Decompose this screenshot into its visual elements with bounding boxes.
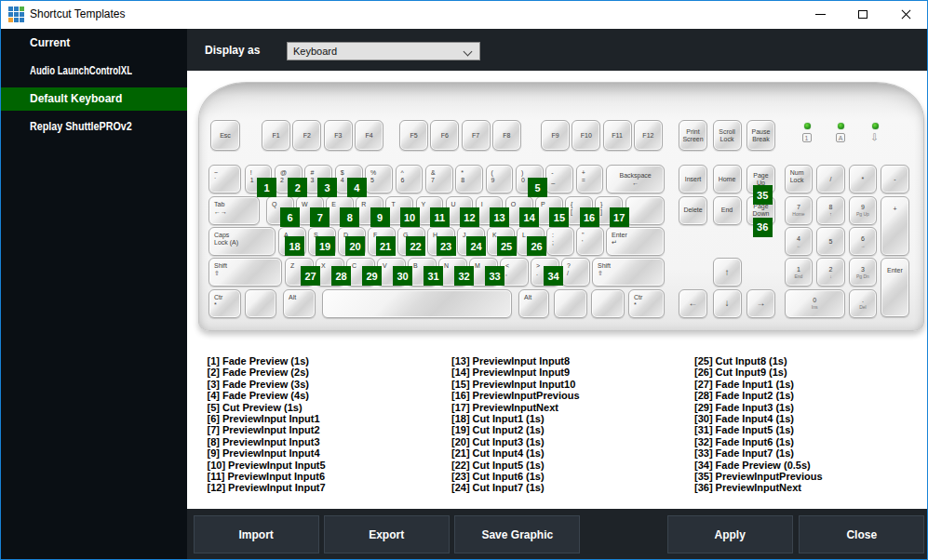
maximize-button[interactable] xyxy=(841,1,884,28)
key-f1: F1 xyxy=(262,120,290,151)
shortcut-key-26: 26 xyxy=(527,236,546,256)
shortcut-list-column-3: [25] Cut Input8 (1s)[26] Cut Input9 (1s)… xyxy=(694,355,823,494)
shortcut-list-item: [5] Cut Preview (1s) xyxy=(208,402,326,413)
save-graphic-button[interactable]: Save Graphic xyxy=(454,515,580,553)
shortcut-list-item: [9] PreviewInput Input4 xyxy=(208,447,326,459)
shortcut-key-17: 17 xyxy=(610,207,629,227)
key-f11: F11 xyxy=(603,120,632,151)
key-slash: ?/ xyxy=(561,258,590,287)
key-f7: F7 xyxy=(462,120,491,151)
shortcut-list-item: [27] Fade Input1 (1s) xyxy=(694,379,823,390)
key-num-multiply: * xyxy=(849,165,878,193)
import-button[interactable]: Import xyxy=(194,515,319,553)
key-tab: Tab←→ xyxy=(208,196,260,225)
key-f8: F8 xyxy=(492,120,521,151)
key-insert: Insert xyxy=(679,165,707,193)
key-win-left xyxy=(245,289,276,318)
key-backquote: ~` xyxy=(208,165,241,193)
chevron-down-icon xyxy=(464,47,473,57)
key-num-decimal: .Del xyxy=(849,289,878,318)
key-f10: F10 xyxy=(572,120,600,151)
content-area: EscF1F2F3F4F5F6F7F8F9F10F11F12PrintScree… xyxy=(187,71,927,509)
window-title: Shortcut Templates xyxy=(30,7,126,20)
key-enter: Enter↵ xyxy=(606,227,665,256)
close-button[interactable] xyxy=(884,1,927,28)
shortcut-list-column-2: [13] PreviewInput Input8[14] PreviewInpu… xyxy=(451,355,580,494)
shortcut-key-31: 31 xyxy=(424,266,443,286)
key-num-1: 1End xyxy=(785,258,814,287)
shortcut-key-16: 16 xyxy=(580,207,599,227)
display-as-value: Keyboard xyxy=(293,46,337,57)
key-num-5: 5 xyxy=(816,227,845,256)
key-menu xyxy=(591,289,625,318)
key-f6: F6 xyxy=(430,120,459,151)
key-num-8: 8↑ xyxy=(816,196,845,225)
key-scroll-lock: ScrollLock xyxy=(713,120,742,151)
key-num-4: 4← xyxy=(785,227,814,256)
shortcut-list-item: [30] Fade Input4 (1s) xyxy=(694,413,823,424)
key-6: ^6 xyxy=(396,165,424,193)
shortcut-key-1: 1 xyxy=(257,178,276,197)
key-num-6: 6→ xyxy=(849,227,878,256)
shortcut-key-19: 19 xyxy=(316,236,335,256)
sidebar-item-default-keyboard[interactable]: Default Keyboard xyxy=(1,87,187,111)
shortcut-key-23: 23 xyxy=(437,236,456,256)
key-space xyxy=(322,289,512,318)
shortcut-key-8: 8 xyxy=(340,207,359,227)
close-button-bottom[interactable]: Close xyxy=(799,515,924,553)
shortcut-key-6: 6 xyxy=(280,207,300,227)
shortcut-key-29: 29 xyxy=(362,266,382,286)
key-win-right xyxy=(554,289,587,318)
shortcut-key-5: 5 xyxy=(528,178,547,197)
shortcut-key-33: 33 xyxy=(485,266,504,286)
key-home: Home xyxy=(713,165,742,193)
shortcut-list-item: [15] PreviewInput Input10 xyxy=(451,379,580,390)
key-num-3: 3Pg Dn xyxy=(849,258,878,287)
key-num-plus: + xyxy=(881,196,909,257)
shortcut-list-item: [21] Cut Input4 (1s) xyxy=(451,447,580,459)
shortcut-list-item: [36] PreviewInputNext xyxy=(694,482,823,493)
key-f12: F12 xyxy=(634,120,663,151)
key-alt-right: Alt xyxy=(518,289,549,318)
shortcut-list-item: [2] Fade Preview (2s) xyxy=(208,367,326,378)
key-f2: F2 xyxy=(292,120,321,151)
key-delete: Delete xyxy=(679,196,707,225)
shortcut-list-item: [8] PreviewInput Input3 xyxy=(208,436,326,447)
shortcut-list-item: [6] PreviewInput Input1 xyxy=(208,413,326,424)
shortcut-list-item: [12] PreviewInput Input7 xyxy=(208,482,326,493)
shortcut-key-32: 32 xyxy=(454,266,474,286)
shortcut-key-36: 36 xyxy=(753,218,773,237)
minimize-button[interactable] xyxy=(799,1,841,28)
sidebar-item-audio-launchcontrolxl[interactable]: Audio LaunchControlXL xyxy=(1,57,187,85)
display-as-dropdown[interactable]: Keyboard xyxy=(287,42,480,60)
app-icon xyxy=(8,7,24,22)
key-num-0: 0Ins xyxy=(785,289,845,318)
sidebar-item-replay-shuttleprov2[interactable]: Replay ShuttlePROv2 xyxy=(1,113,187,140)
titlebar: Shortcut Templates xyxy=(1,1,927,29)
key-arrow-down: ↓ xyxy=(713,289,742,318)
sidebar-item-current[interactable]: Current xyxy=(1,29,187,57)
display-as-label: Display as xyxy=(205,44,260,57)
key-f3: F3 xyxy=(324,120,353,151)
shortcut-key-11: 11 xyxy=(430,207,450,227)
shortcut-list-item: [28] Fade Input2 (1s) xyxy=(694,390,823,401)
export-button[interactable]: Export xyxy=(324,515,450,553)
key-caps-lock: CapsLock (A) xyxy=(208,227,276,256)
shortcut-key-20: 20 xyxy=(345,236,365,256)
num-lock-led xyxy=(804,123,811,129)
shortcut-key-18: 18 xyxy=(285,236,304,256)
shortcut-list-item: [31] Fade Input5 (1s) xyxy=(694,424,823,435)
shortcut-key-9: 9 xyxy=(370,207,390,227)
shortcut-key-34: 34 xyxy=(544,266,563,286)
shortcut-list-item: [35] PreviewInputPrevious xyxy=(694,471,823,482)
shortcut-list-item: [18] Cut Input1 (1s) xyxy=(451,413,580,424)
apply-button[interactable]: Apply xyxy=(667,515,793,553)
maximize-icon xyxy=(858,10,867,19)
caps-lock-led-icon: A xyxy=(836,133,845,142)
key-shift-right: Shift⇧ xyxy=(592,258,665,287)
sidebar: CurrentAudio LaunchControlXLDefault Keyb… xyxy=(1,29,187,559)
shortcut-list-item: [14] PreviewInput Input9 xyxy=(451,367,580,378)
shortcut-key-15: 15 xyxy=(549,207,569,227)
shortcut-list-column-1: [1] Fade Preview (1s)[2] Fade Preview (2… xyxy=(208,355,326,494)
key-arrow-up: ↑ xyxy=(713,258,742,287)
